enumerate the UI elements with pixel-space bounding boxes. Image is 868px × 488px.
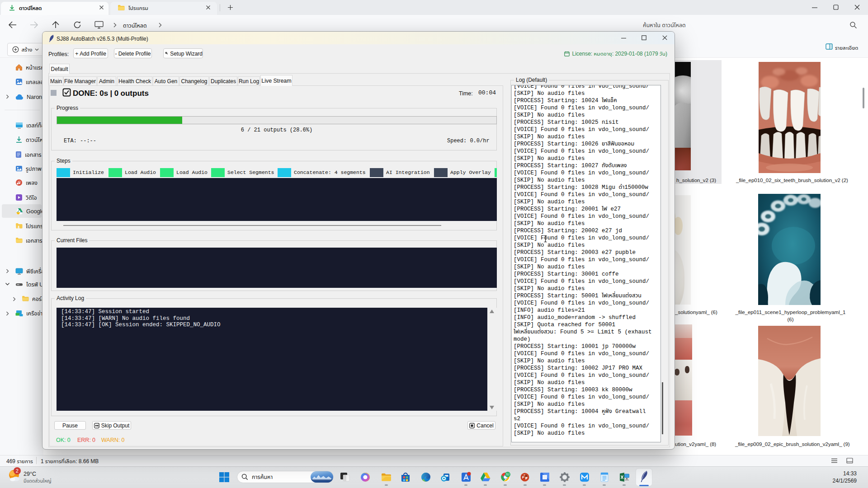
svg-text:SJ: SJ — [506, 473, 509, 476]
svg-text:P: P — [522, 475, 525, 479]
